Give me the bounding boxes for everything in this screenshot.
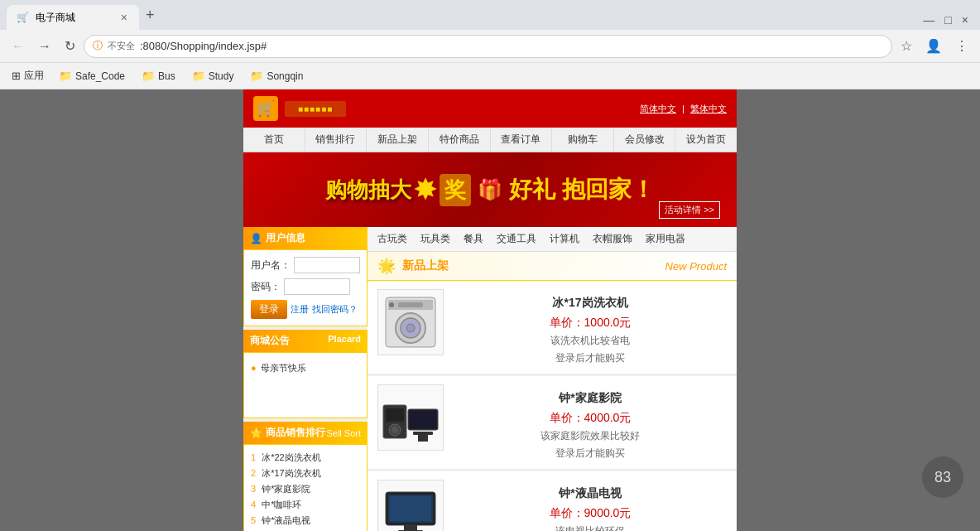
placard-content: ● 母亲节快乐 — [243, 352, 368, 418]
tab-bar: 🛒 电子商城 × + — □ × — [0, 0, 980, 30]
cat-computer[interactable]: 计算机 — [550, 232, 579, 246]
cat-antiques[interactable]: 古玩类 — [377, 232, 407, 246]
bookmark-star-button[interactable]: ☆ — [896, 35, 917, 57]
nav-cart[interactable]: 购物车 — [552, 128, 614, 152]
tab-close-button[interactable]: × — [119, 9, 129, 26]
username-label: 用户名： — [251, 258, 291, 273]
cat-clothing[interactable]: 衣帽服饰 — [593, 232, 632, 246]
svg-point-4 — [406, 324, 415, 332]
sell-item-4[interactable]: 4 中*咖啡环 — [251, 497, 360, 513]
password-input[interactable] — [284, 278, 350, 295]
product-name-2: 钟*家庭影院 — [559, 391, 621, 406]
placard-header: 商城公告 Placard — [243, 330, 368, 352]
svg-point-10 — [392, 427, 398, 433]
lang-simple-link[interactable]: 简体中文 — [640, 104, 676, 113]
language-switch: 简体中文 | 繁体中文 — [640, 103, 727, 115]
nav-home[interactable]: 首页 — [243, 128, 305, 152]
svg-rect-14 — [418, 435, 428, 442]
user-icon: 👤 — [250, 233, 262, 244]
main-layout: 👤 用户信息 用户名： 密码： — [243, 227, 737, 531]
product-card-2: 钟*家庭影院 单价：4000.0元 该家庭影院效果比较好 登录后才能购买 — [368, 376, 737, 470]
cat-transport[interactable]: 交通工具 — [497, 232, 536, 246]
scroll-speed-widget: 83 — [922, 456, 963, 498]
sell-name-4: 中*咖啡环 — [262, 500, 301, 509]
new-tab-button[interactable]: + — [139, 3, 161, 27]
sell-title: ⭐ 商品销售排行 — [250, 426, 325, 440]
product-login-1: 登录后才能购买 — [555, 351, 625, 365]
account-button[interactable]: 👤 — [920, 35, 947, 57]
banner-main-text: 购物抽大 — [325, 176, 411, 205]
browser-menu-button[interactable]: ⋮ — [950, 35, 973, 57]
bookmark-study[interactable]: 📁 Study — [185, 67, 241, 84]
nav-sales[interactable]: 销售排行 — [305, 128, 368, 152]
bookmark-safe-code[interactable]: 📁 Safe_Code — [52, 67, 132, 84]
forward-button[interactable]: → — [33, 36, 56, 57]
bookmark-study-label: Study — [209, 70, 234, 82]
address-input[interactable] — [140, 40, 883, 52]
placard-title: 商城公告 — [250, 334, 290, 348]
banner-detail-link[interactable]: 活动详情 >> — [659, 201, 720, 219]
product-price-1: 单价：1000.0元 — [550, 316, 632, 331]
promotional-banner: 购物抽大 ✸ 奖 🎁 好礼 抱回家！ 活动详情 >> — [243, 152, 737, 227]
sell-name-3: 钟*家庭影院 — [262, 484, 310, 494]
svg-rect-19 — [390, 496, 431, 521]
product-desc-3: 该电视比较环保 — [555, 524, 625, 531]
window-minimize-button[interactable]: — — [918, 10, 939, 30]
nav-special[interactable]: 特价商品 — [429, 128, 491, 152]
cat-toys[interactable]: 玩具类 — [420, 232, 450, 246]
cat-dining[interactable]: 餐具 — [464, 232, 483, 246]
bookmark-songqin-label: Songqin — [267, 70, 303, 82]
window-maximize-button[interactable]: □ — [939, 10, 956, 30]
nav-homepage[interactable]: 设为首页 — [675, 128, 737, 152]
site-wrapper: 🛒 ■■■■■■ 简体中文 | 繁体中文 首页 销售排行 新品上架 特价商品 查… — [243, 89, 737, 531]
page-content: 🛒 ■■■■■■ 简体中文 | 繁体中文 首页 销售排行 新品上架 特价商品 查… — [0, 89, 980, 531]
username-row: 用户名： — [251, 257, 360, 273]
reload-button[interactable]: ↻ — [60, 35, 80, 57]
banner-gift-icon: 🎁 — [478, 178, 502, 201]
login-button[interactable]: 登录 — [251, 300, 287, 319]
apps-grid-icon: ⊞ — [12, 70, 21, 82]
bookmarks-bar: ⊞ 应用 📁 Safe_Code 📁 Bus 📁 Study 📁 Songqin — [0, 63, 980, 89]
nav-orders[interactable]: 查看订单 — [491, 128, 553, 152]
bookmark-songqin[interactable]: 📁 Songqin — [243, 67, 310, 84]
window-close-button[interactable]: × — [957, 10, 973, 30]
folder-icon-1: 📁 — [59, 70, 72, 82]
register-button[interactable]: 注册 — [291, 300, 309, 319]
cat-appliances[interactable]: 家用电器 — [646, 232, 685, 246]
product-info-3: 钟*液晶电视 单价：9000.0元 该电视比较环保 登录后才能购买 — [454, 480, 727, 531]
sell-item-5[interactable]: 5 钟*液晶电视 — [251, 513, 360, 529]
svg-rect-12 — [410, 411, 436, 428]
password-label: 密码： — [251, 280, 281, 294]
placard-label: Placard — [328, 334, 361, 348]
lang-traditional-link[interactable]: 繁体中文 — [690, 104, 727, 113]
apps-bookmark[interactable]: ⊞ 应用 — [7, 66, 49, 85]
notice-item[interactable]: ● 母亲节快乐 — [251, 360, 360, 377]
product-image-2 — [377, 384, 444, 451]
svg-rect-8 — [386, 408, 404, 422]
sell-item-3[interactable]: 3 钟*家庭影院 — [251, 481, 360, 497]
nav-new[interactable]: 新品上架 — [367, 128, 429, 152]
back-button[interactable]: ← — [7, 36, 30, 57]
bookmark-safe-code-label: Safe_Code — [75, 70, 125, 82]
sell-item-1[interactable]: 1 冰*22岗洗衣机 — [251, 450, 360, 466]
bookmark-bus[interactable]: 📁 Bus — [135, 67, 182, 84]
new-products-title: 新品上架 — [402, 258, 449, 273]
category-tabs: 古玩类 玩具类 餐具 交通工具 计算机 衣帽服饰 家用电器 — [368, 227, 737, 252]
apps-label: 应用 — [24, 69, 44, 83]
username-input[interactable] — [294, 257, 360, 273]
product-card-3: 钟*液晶电视 单价：9000.0元 该电视比较环保 登录后才能购买 — [368, 471, 737, 531]
nav-member[interactable]: 会员修改 — [614, 128, 676, 152]
sell-item-2[interactable]: 2 冰*17岗洗衣机 — [251, 466, 360, 481]
sell-num-5: 5 — [251, 515, 256, 525]
browser-toolbar: ← → ↻ ⓘ 不安全 ☆ 👤 ⋮ — [0, 30, 980, 63]
insecure-label: 不安全 — [108, 40, 135, 52]
form-buttons: 登录 注册 找回密码？ — [251, 300, 360, 319]
product-image-3 — [377, 480, 444, 531]
forgot-password-button[interactable]: 找回密码？ — [312, 300, 358, 319]
new-products-header: 🌟 新品上架 New Product — [368, 252, 737, 281]
site-header: 🛒 ■■■■■■ 简体中文 | 繁体中文 — [243, 89, 737, 128]
product-price-3: 单价：9000.0元 — [550, 506, 632, 521]
sell-name-2: 冰*17岗洗衣机 — [262, 468, 321, 478]
browser-window: 🛒 电子商城 × + — □ × ← → ↻ ⓘ 不安全 ☆ 👤 ⋮ ⊞ 应用 … — [0, 0, 980, 531]
svg-rect-13 — [413, 432, 433, 435]
